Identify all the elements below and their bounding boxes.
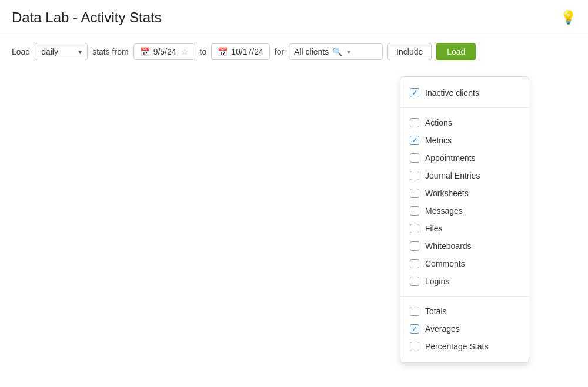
- inactive-clients-label: Inactive clients: [425, 88, 479, 97]
- metrics-checkbox[interactable]: [410, 136, 419, 145]
- totals-label: Totals: [425, 307, 447, 316]
- frequency-select-wrapper: daily weekly monthly ▼: [35, 43, 88, 60]
- files-checkbox[interactable]: [410, 224, 419, 233]
- lightbulb-icon: 💡: [560, 9, 576, 26]
- comments-checkbox[interactable]: [410, 259, 419, 268]
- logins-checkbox[interactable]: [410, 277, 419, 286]
- include-dropdown: Inactive clients Actions Metrics Appoint…: [400, 76, 529, 363]
- load-label: Load: [12, 47, 30, 56]
- dropdown-section-2: Actions Metrics Appointments Journal Ent…: [400, 112, 529, 292]
- messages-checkbox[interactable]: [410, 206, 419, 216]
- to-label: to: [200, 47, 207, 56]
- star-icon[interactable]: ☆: [181, 47, 189, 56]
- list-item[interactable]: Logins: [400, 272, 529, 290]
- actions-label: Actions: [425, 118, 452, 127]
- files-label: Files: [425, 224, 443, 233]
- search-icon: 🔍: [332, 47, 342, 56]
- list-item[interactable]: Actions: [400, 114, 529, 132]
- list-item[interactable]: Metrics: [400, 132, 529, 149]
- date-from-value: 9/5/24: [153, 47, 176, 56]
- messages-label: Messages: [425, 206, 463, 216]
- comments-label: Comments: [425, 259, 465, 268]
- calendar-from-icon: 📅: [140, 47, 150, 56]
- list-item[interactable]: Messages: [400, 202, 529, 220]
- load-button[interactable]: Load: [436, 43, 476, 60]
- list-item[interactable]: Comments: [400, 255, 529, 272]
- list-item[interactable]: Inactive clients: [400, 84, 529, 102]
- appointments-checkbox[interactable]: [410, 153, 419, 163]
- date-to-value: 10/17/24: [231, 47, 263, 56]
- worksheets-checkbox[interactable]: [410, 189, 419, 198]
- page-title: Data Lab - Activity Stats: [12, 9, 162, 26]
- averages-label: Averages: [425, 324, 460, 334]
- list-item[interactable]: Journal Entries: [400, 167, 529, 184]
- percentage-stats-label: Percentage Stats: [425, 342, 488, 351]
- list-item[interactable]: Files: [400, 220, 529, 237]
- stats-from-label: stats from: [92, 47, 128, 56]
- client-value: All clients: [294, 47, 329, 56]
- divider-1: [400, 107, 529, 108]
- date-from-input[interactable]: 📅 9/5/24 ☆: [133, 43, 195, 60]
- inactive-clients-checkbox[interactable]: [410, 88, 419, 97]
- whiteboards-checkbox[interactable]: [410, 241, 419, 251]
- client-chevron-icon[interactable]: ▼: [346, 49, 352, 55]
- calendar-to-icon: 📅: [218, 47, 228, 56]
- divider-2: [400, 296, 529, 297]
- list-item[interactable]: Appointments: [400, 149, 529, 167]
- averages-checkbox[interactable]: [410, 324, 419, 334]
- client-search-input[interactable]: All clients 🔍 ▼: [289, 43, 383, 60]
- list-item[interactable]: Whiteboards: [400, 237, 529, 255]
- date-to-input[interactable]: 📅 10/17/24: [211, 43, 270, 60]
- worksheets-label: Worksheets: [425, 189, 469, 198]
- percentage-stats-checkbox[interactable]: [410, 342, 419, 351]
- totals-checkbox[interactable]: [410, 307, 419, 316]
- include-button[interactable]: Include: [387, 43, 432, 60]
- for-label: for: [275, 47, 284, 56]
- metrics-label: Metrics: [425, 136, 452, 145]
- appointments-label: Appointments: [425, 153, 476, 163]
- journal-entries-checkbox[interactable]: [410, 171, 419, 180]
- whiteboards-label: Whiteboards: [425, 241, 472, 251]
- toolbar: Load daily weekly monthly ▼ stats from 📅…: [0, 33, 588, 70]
- dropdown-section-1: Inactive clients: [400, 82, 529, 104]
- list-item[interactable]: Totals: [400, 302, 529, 320]
- logins-label: Logins: [425, 277, 449, 286]
- list-item[interactable]: Percentage Stats: [400, 338, 529, 355]
- actions-checkbox[interactable]: [410, 118, 419, 127]
- list-item[interactable]: Averages: [400, 320, 529, 338]
- header: Data Lab - Activity Stats 💡: [0, 0, 588, 33]
- list-item[interactable]: Worksheets: [400, 184, 529, 202]
- frequency-select[interactable]: daily weekly monthly: [35, 43, 88, 60]
- journal-entries-label: Journal Entries: [425, 171, 480, 180]
- dropdown-section-3: Totals Averages Percentage Stats: [400, 300, 529, 358]
